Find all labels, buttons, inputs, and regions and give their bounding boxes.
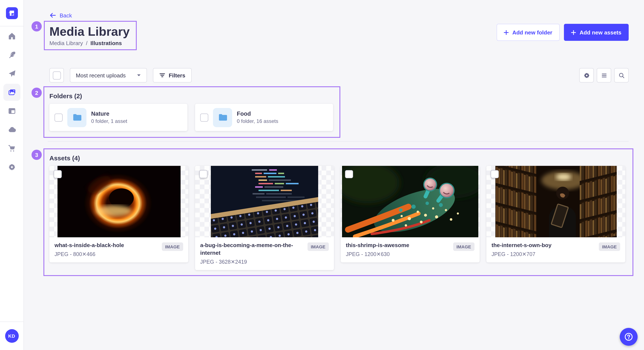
help-button[interactable]	[620, 328, 638, 346]
paper-plane-icon	[8, 69, 16, 78]
add-new-folder-button[interactable]: Add new folder	[497, 24, 560, 41]
app: KD Back Media Library Media Library / Il…	[0, 0, 644, 350]
asset-preview	[341, 166, 480, 237]
arrow-left-icon	[50, 12, 56, 19]
media-library-icon	[8, 88, 16, 97]
asset-type-badge: IMAGE	[162, 242, 183, 251]
asset-card-bug-meme[interactable]: a-bug-is-becoming-a-meme-on-the-internet…	[195, 166, 334, 270]
cloud-icon	[8, 126, 16, 134]
caret-down-icon	[137, 73, 141, 77]
asset-title: what-s-inside-a-black-hole	[54, 242, 124, 249]
plus-icon	[504, 30, 508, 35]
sidebar-item-settings[interactable]	[3, 159, 20, 176]
asset-type-badge: IMAGE	[307, 242, 329, 251]
asset-card-black-hole[interactable]: what-s-inside-a-black-hole JPEG - 800✕46…	[50, 166, 188, 262]
folder-card-food[interactable]: Food 0 folder, 16 assets	[195, 104, 333, 131]
section-divider	[48, 141, 629, 142]
settings-gear-icon	[583, 72, 590, 79]
page-title: Media Library	[50, 24, 130, 39]
list-view-button[interactable]	[597, 68, 611, 82]
back-label: Back	[60, 12, 72, 18]
logo-container	[0, 0, 24, 26]
folder-name: Nature	[91, 111, 127, 117]
strapi-logo[interactable]	[6, 7, 18, 19]
asset-title: a-bug-is-becoming-a-meme-on-the-internet	[200, 242, 304, 257]
asset-card-shrimp[interactable]: this-shrimp-is-awesome JPEG - 1200✕630 I…	[341, 166, 480, 262]
asset-meta: JPEG - 1200✕630	[346, 251, 409, 257]
breadcrumb-root[interactable]: Media Library	[50, 40, 83, 46]
header-row: Media Library Media Library / Illustrati…	[50, 21, 629, 50]
sidebar-item-content-type-builder[interactable]	[3, 103, 20, 120]
folder-card-nature[interactable]: Nature 0 folder, 1 asset	[50, 104, 188, 131]
sort-select[interactable]: Most recent uploads	[70, 68, 147, 82]
asset-info: the-internet-s-own-boy JPEG - 1200✕707 I…	[486, 237, 625, 262]
folder-name: Food	[237, 111, 278, 117]
asset-info: a-bug-is-becoming-a-meme-on-the-internet…	[195, 237, 334, 270]
breadcrumb-separator: /	[86, 40, 88, 46]
asset-texts: the-internet-s-own-boy JPEG - 1200✕707	[492, 242, 552, 257]
search-icon	[618, 72, 625, 79]
search-button[interactable]	[614, 68, 629, 82]
back-link[interactable]: Back	[50, 12, 72, 19]
add-new-assets-label: Add new assets	[580, 29, 622, 35]
asset-texts: this-shrimp-is-awesome JPEG - 1200✕630	[346, 242, 409, 257]
question-mark-icon	[624, 332, 633, 342]
folder-tile	[213, 108, 232, 127]
asset-type-badge: IMAGE	[453, 242, 474, 251]
sidebar: KD	[0, 0, 24, 350]
user-avatar[interactable]: KD	[5, 329, 18, 343]
sidebar-item-marketplace[interactable]	[3, 140, 20, 157]
sidebar-item-releases[interactable]	[3, 65, 20, 82]
asset-checkbox[interactable]	[345, 170, 353, 178]
annotation-badge-3: 3	[32, 150, 42, 160]
folder-checkbox[interactable]	[54, 113, 62, 121]
asset-preview	[486, 166, 625, 237]
asset-title: the-internet-s-own-boy	[492, 242, 552, 249]
library-portrait-image	[495, 166, 616, 237]
assets-heading: Assets (4)	[50, 154, 628, 162]
filters-button[interactable]: Filters	[153, 68, 192, 82]
folders-heading: Folders (2)	[50, 92, 334, 100]
asset-preview	[195, 166, 334, 237]
asset-card-internets-own-boy[interactable]: the-internet-s-own-boy JPEG - 1200✕707 I…	[486, 166, 625, 262]
asset-info: this-shrimp-is-awesome JPEG - 1200✕630 I…	[341, 237, 480, 262]
folder-texts: Food 0 folder, 16 assets	[237, 111, 278, 124]
folders-row: Nature 0 folder, 1 asset Food 0 folder, …	[50, 104, 334, 131]
sidebar-item-media-library[interactable]	[3, 84, 20, 101]
sidebar-item-cloud[interactable]	[3, 121, 20, 138]
content-manager-feather-icon	[8, 51, 16, 59]
asset-texts: a-bug-is-becoming-a-meme-on-the-internet…	[200, 242, 304, 265]
folder-meta: 0 folder, 16 assets	[237, 118, 278, 124]
asset-checkbox[interactable]	[54, 170, 62, 178]
sidebar-item-home[interactable]	[3, 28, 20, 45]
asset-info: what-s-inside-a-black-hole JPEG - 800✕46…	[50, 237, 188, 262]
breadcrumb-current: Illustrations	[90, 40, 122, 46]
assets-row: what-s-inside-a-black-hole JPEG - 800✕46…	[50, 166, 628, 270]
asset-preview	[50, 166, 188, 237]
select-all-checkbox[interactable]	[50, 68, 64, 82]
checkbox	[52, 71, 61, 79]
toolbar: Most recent uploads Filters	[50, 68, 629, 82]
mantis-shrimp-image	[342, 166, 478, 237]
annotated-title-region: Media Library Media Library / Illustrati…	[44, 21, 136, 50]
toolbar-left: Most recent uploads Filters	[50, 68, 192, 82]
filters-label: Filters	[169, 72, 185, 78]
asset-meta: JPEG - 1200✕707	[492, 251, 552, 257]
sort-select-value: Most recent uploads	[76, 72, 126, 78]
configure-view-button[interactable]	[579, 68, 594, 82]
filter-icon	[159, 72, 165, 78]
list-view-icon	[600, 72, 608, 79]
asset-checkbox[interactable]	[491, 170, 499, 178]
annotation-badge-1: 1	[32, 21, 42, 31]
folder-checkbox[interactable]	[200, 113, 208, 121]
sidebar-item-content-manager[interactable]	[3, 46, 20, 63]
folder-meta: 0 folder, 1 asset	[91, 118, 127, 124]
content-type-builder-icon	[8, 107, 16, 115]
folder-icon	[218, 112, 228, 123]
header-actions: Add new folder Add new assets	[497, 24, 629, 41]
shopping-cart-icon	[8, 144, 16, 153]
add-new-assets-button[interactable]: Add new assets	[564, 24, 629, 41]
plus-icon	[571, 30, 576, 35]
asset-checkbox[interactable]	[199, 170, 208, 178]
asset-meta: JPEG - 800✕466	[54, 251, 124, 257]
